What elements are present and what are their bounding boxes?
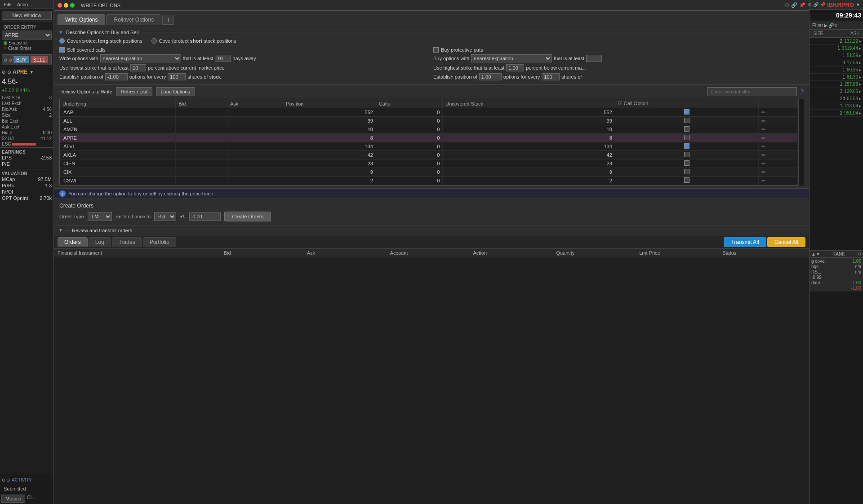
symbol-select[interactable]: APRE bbox=[2, 31, 52, 40]
collapse-icon[interactable]: ▾ bbox=[59, 227, 62, 233]
tl-green[interactable] bbox=[70, 3, 75, 8]
pencil-icon[interactable]: ✏ bbox=[761, 169, 765, 175]
cell-pencil[interactable]: ✏ bbox=[758, 159, 797, 168]
cell-call-option[interactable] bbox=[615, 177, 758, 185]
cell-call-option[interactable] bbox=[615, 168, 758, 177]
add-tab-button[interactable]: + bbox=[162, 15, 174, 25]
table-row[interactable]: CIEN 23 0 23 ✏ bbox=[60, 159, 798, 168]
cell-pencil[interactable]: ✏ bbox=[758, 117, 797, 125]
cell-call-option[interactable] bbox=[615, 134, 758, 142]
buy-button[interactable]: BUY bbox=[13, 56, 29, 63]
call-option-checkbox[interactable] bbox=[684, 169, 690, 174]
clear-order-item[interactable]: × Clear Order bbox=[4, 45, 50, 51]
call-option-checkbox[interactable] bbox=[684, 126, 690, 132]
price-input[interactable] bbox=[189, 212, 221, 221]
buy-protective-puts-checkbox[interactable] bbox=[433, 47, 439, 53]
cell-call-option[interactable] bbox=[615, 117, 758, 125]
call-option-checkbox[interactable] bbox=[684, 109, 690, 115]
expiry-select[interactable]: nearest expiration next expiration bbox=[100, 54, 181, 62]
order-type-select[interactable]: LMT MKT STP bbox=[88, 212, 112, 221]
cell-call-option[interactable] bbox=[615, 159, 758, 168]
refresh-list-button[interactable]: Refresh List bbox=[116, 87, 152, 96]
pencil-icon[interactable]: ✏ bbox=[761, 135, 765, 141]
snapshot-item[interactable]: Snapshot bbox=[4, 40, 50, 45]
cell-pencil[interactable]: ✏ bbox=[758, 134, 797, 142]
table-row[interactable]: CSWI 2 0 2 ✏ bbox=[60, 177, 798, 185]
filter-link-icon[interactable]: 🔗 bbox=[828, 23, 834, 28]
sell-button[interactable]: SELL bbox=[31, 56, 48, 63]
right-collapse-icon[interactable]: ▲▼ bbox=[811, 252, 820, 256]
tab-portfolio[interactable]: Portfolio bbox=[143, 237, 176, 247]
pin-icon[interactable]: 📌 bbox=[799, 2, 805, 8]
right-pin-icon[interactable]: 📌 bbox=[820, 2, 825, 7]
pencil-icon[interactable]: ✏ bbox=[761, 127, 765, 132]
tab-rollover-options[interactable]: Rollover Options bbox=[106, 14, 161, 25]
pencil-icon[interactable]: ✏ bbox=[761, 118, 765, 124]
mosaic-tab[interactable]: Mosaic bbox=[1, 495, 25, 503]
cell-pencil[interactable]: ✏ bbox=[758, 108, 797, 117]
tl-red[interactable] bbox=[58, 3, 62, 8]
position-left-input[interactable] bbox=[105, 73, 128, 80]
cell-pencil[interactable]: ✏ bbox=[758, 168, 797, 177]
new-window-button[interactable]: New Window bbox=[2, 11, 52, 20]
radio-long-btn[interactable] bbox=[59, 38, 65, 44]
create-orders-button[interactable]: Create Orders bbox=[224, 212, 271, 221]
position-right-input[interactable] bbox=[479, 73, 502, 80]
shares-right-input[interactable] bbox=[542, 73, 560, 80]
table-row[interactable]: ALL 99 0 99 ✏ bbox=[60, 117, 798, 125]
cell-call-option[interactable] bbox=[615, 151, 758, 159]
options-table-container[interactable]: Underlying Bid Ask Position Calls Uncove… bbox=[59, 99, 798, 186]
shares-left-input[interactable] bbox=[168, 73, 186, 80]
filter-arrow-icon[interactable]: ▶ bbox=[824, 23, 827, 28]
menu-acco[interactable]: Acco... bbox=[17, 2, 32, 7]
call-option-checkbox[interactable] bbox=[684, 143, 690, 149]
link-icon[interactable]: 🔗 bbox=[791, 2, 797, 8]
pencil-icon[interactable]: ✏ bbox=[761, 152, 765, 158]
right-settings-icon[interactable]: ⚙ bbox=[808, 2, 812, 7]
buy-days-input[interactable] bbox=[586, 55, 602, 62]
transmit-all-button[interactable]: Transmit All bbox=[724, 237, 766, 247]
table-row[interactable]: CIX 9 0 9 ✏ bbox=[60, 168, 798, 177]
radio-long[interactable]: Cover/protect long stock positions bbox=[59, 38, 142, 44]
cell-pencil[interactable]: ✏ bbox=[758, 177, 797, 185]
table-scrollbar[interactable] bbox=[798, 99, 804, 186]
small-dots-icon[interactable]: ⋯ bbox=[65, 228, 69, 233]
menu-file[interactable]: File bbox=[4, 2, 12, 7]
call-option-checkbox[interactable] bbox=[684, 177, 690, 183]
pencil-icon[interactable]: ✏ bbox=[761, 161, 765, 166]
right-link-icon[interactable]: 🔗 bbox=[813, 2, 819, 7]
right-settings-icon2[interactable]: ⚙ bbox=[857, 252, 861, 256]
cell-pencil[interactable]: ✏ bbox=[758, 151, 797, 159]
filter-settings-icon[interactable]: ⚙ bbox=[834, 23, 838, 28]
tab-trades[interactable]: Trades bbox=[112, 237, 142, 247]
table-row[interactable]: AAPL 552 0 552 ✏ bbox=[60, 108, 798, 117]
pencil-icon[interactable]: ✏ bbox=[761, 110, 765, 115]
days-input[interactable] bbox=[215, 55, 231, 62]
tab-write-options[interactable]: Write Options bbox=[58, 14, 105, 25]
cl-tab[interactable]: Cl... bbox=[27, 495, 36, 503]
table-row[interactable]: APRE 8 0 8 ✏ bbox=[60, 134, 798, 142]
call-option-checkbox[interactable] bbox=[684, 152, 690, 157]
cell-call-option[interactable] bbox=[615, 125, 758, 134]
buy-expiry-select[interactable]: nearest expiration bbox=[471, 54, 552, 62]
tab-log[interactable]: Log bbox=[89, 237, 111, 247]
lowest-pct-input[interactable] bbox=[130, 64, 146, 71]
call-option-checkbox[interactable] bbox=[684, 118, 690, 123]
cell-pencil[interactable]: ✏ bbox=[758, 125, 797, 134]
cell-call-option[interactable] bbox=[615, 142, 758, 151]
highest-pct-input[interactable] bbox=[506, 64, 524, 71]
cancel-all-button[interactable]: Cancel All bbox=[767, 237, 805, 247]
call-option-checkbox[interactable] bbox=[684, 160, 690, 166]
symbol-filter-input[interactable] bbox=[707, 87, 797, 96]
pencil-icon[interactable]: ✏ bbox=[761, 178, 765, 183]
tl-yellow[interactable] bbox=[64, 3, 68, 8]
table-row[interactable]: ATVI 134 0 134 ✏ bbox=[60, 142, 798, 151]
filter-help-icon[interactable]: ? bbox=[801, 88, 804, 95]
settings-icon[interactable]: ⚙ bbox=[785, 2, 789, 8]
radio-short-btn[interactable] bbox=[151, 38, 157, 44]
describe-toggle[interactable]: ▾ bbox=[59, 29, 62, 35]
sell-covered-calls-checkbox[interactable] bbox=[59, 47, 65, 53]
table-row[interactable]: AMZN 10 0 10 ✏ bbox=[60, 125, 798, 134]
table-row[interactable]: AXLA 42 0 42 ✏ bbox=[60, 151, 798, 159]
cell-call-option[interactable] bbox=[615, 108, 758, 117]
